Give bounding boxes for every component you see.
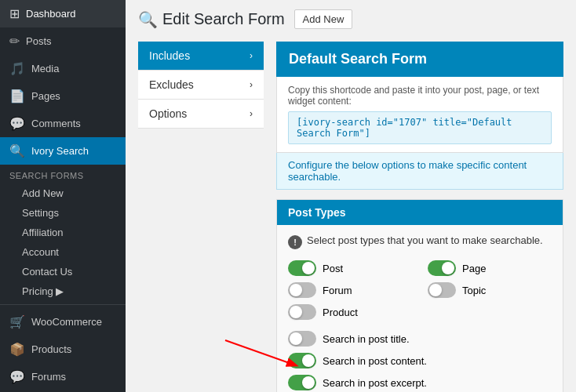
sidebar-label-pages: Pages [31, 90, 60, 102]
topic-toggle[interactable] [428, 282, 456, 298]
search-excerpt-toggle[interactable] [288, 375, 316, 390]
search-field-excerpt: Search in post excerpt. [288, 375, 552, 390]
sidebar-label-posts: Posts [26, 35, 52, 47]
post-type-product: Product [288, 304, 412, 320]
content-area: Includes › Excludes › Options › Default … [138, 42, 563, 392]
post-toggle[interactable] [288, 260, 316, 276]
sidebar-label-dashboard: Dashboard [26, 8, 76, 20]
sidebar-item-posts[interactable]: ✏ Posts [0, 27, 126, 55]
fields-wrapper: Search in post title. Search in post con… [288, 331, 552, 390]
sidebar-label-woocommerce: WooCommerce [31, 316, 102, 328]
sidebar-item-pages[interactable]: 📄 Pages [0, 82, 126, 110]
sidebar-item-forums[interactable]: 💬 Forums [0, 363, 126, 390]
sidebar-label-comments: Comments [31, 118, 81, 129]
topic-label: Topic [462, 285, 486, 296]
sidebar-label-media: Media [31, 63, 59, 74]
forums-icon: 💬 [9, 369, 25, 384]
post-type-post: Post [288, 260, 412, 276]
submenu-account[interactable]: Account [0, 242, 126, 262]
woocommerce-icon: 🛒 [9, 314, 25, 329]
tab-includes[interactable]: Includes › [138, 42, 264, 71]
submenu-settings[interactable]: Settings [0, 203, 126, 223]
info-icon: ! [288, 235, 302, 249]
sidebar-item-media[interactable]: 🎵 Media [0, 55, 126, 82]
post-types-info: ! Select post types that you want to mak… [288, 234, 552, 249]
forum-toggle[interactable] [288, 282, 316, 298]
includes-chevron-icon: › [250, 50, 253, 61]
post-type-topic: Topic [428, 282, 552, 298]
search-field-content: Search in post content. [288, 353, 552, 368]
post-type-page: Page [428, 260, 552, 276]
page-label: Page [462, 263, 486, 274]
search-forms-label: Search Forms [0, 165, 126, 183]
search-excerpt-label: Search in post excerpt. [323, 377, 427, 389]
product-label: Product [323, 307, 358, 318]
main-content: 🔍 Edit Search Form Add New Includes › Ex… [126, 0, 576, 392]
post-types-body: ! Select post types that you want to mak… [277, 225, 563, 392]
sidebar-item-ivory-search[interactable]: 🔍 Ivory Search [0, 137, 126, 165]
sidebar-item-products[interactable]: 📦 Products [0, 336, 126, 363]
search-content-label: Search in post content. [323, 355, 427, 367]
search-title-toggle[interactable] [288, 331, 316, 347]
submenu-pricing[interactable]: Pricing ▶ [0, 281, 126, 301]
shortcode-description: Copy this shortcode and paste it into yo… [288, 85, 552, 107]
page-title: 🔍 Edit Search Form [138, 10, 285, 29]
shortcode-section: Copy this shortcode and paste it into yo… [276, 77, 563, 153]
sidebar-item-woocommerce[interactable]: 🛒 WooCommerce [0, 308, 126, 336]
dashboard-icon: ⊞ [9, 6, 20, 21]
sidebar-label-products: Products [31, 343, 71, 355]
right-panel: Default Search Form Copy this shortcode … [276, 42, 563, 392]
sidebar-divider [0, 304, 126, 305]
products-icon: 📦 [9, 342, 25, 357]
product-toggle[interactable] [288, 304, 316, 320]
pages-icon: 📄 [9, 89, 25, 103]
tabs-panel: Includes › Excludes › Options › [138, 42, 264, 392]
submenu-affiliation[interactable]: Affiliation [0, 223, 126, 242]
page-title-icon: 🔍 [138, 10, 158, 29]
tab-excludes[interactable]: Excludes › [138, 71, 264, 100]
shortcode-box[interactable]: [ivory-search id="1707" title="Default S… [288, 111, 552, 144]
sidebar-item-dashboard[interactable]: ⊞ Dashboard [0, 0, 126, 27]
search-content-toggle[interactable] [288, 353, 316, 368]
sidebar-label-ivory-search: Ivory Search [31, 145, 89, 157]
page-header: 🔍 Edit Search Form Add New [138, 9, 563, 29]
posts-icon: ✏ [9, 34, 20, 49]
page-toggle[interactable] [428, 260, 456, 276]
submenu-contact-us[interactable]: Contact Us [0, 262, 126, 281]
media-icon: 🎵 [9, 61, 25, 76]
sidebar: ⊞ Dashboard ✏ Posts 🎵 Media 📄 Pages 💬 Co… [0, 0, 126, 392]
form-title-bar: Default Search Form [276, 42, 563, 77]
sidebar-label-forums: Forums [31, 371, 66, 383]
excludes-chevron-icon: › [250, 79, 253, 90]
forum-label: Forum [323, 285, 352, 296]
tab-options[interactable]: Options › [138, 100, 264, 129]
search-field-title: Search in post title. [288, 331, 552, 347]
comments-icon: 💬 [9, 116, 25, 131]
post-type-forum: Forum [288, 282, 412, 298]
sidebar-item-comments[interactable]: 💬 Comments [0, 110, 126, 137]
configure-bar: Configure the below options to make spec… [276, 153, 563, 190]
add-new-button[interactable]: Add New [294, 9, 353, 29]
search-title-label: Search in post title. [323, 333, 410, 345]
search-icon: 🔍 [9, 143, 25, 158]
post-types-section: Post Types ! Select post types that you … [276, 199, 563, 392]
post-label: Post [323, 263, 343, 274]
post-types-header: Post Types [277, 200, 563, 225]
form-title: Default Search Form [289, 51, 427, 67]
options-chevron-icon: › [250, 108, 253, 119]
submenu-add-new[interactable]: Add New [0, 183, 126, 203]
post-types-grid: Post Page [288, 260, 552, 320]
